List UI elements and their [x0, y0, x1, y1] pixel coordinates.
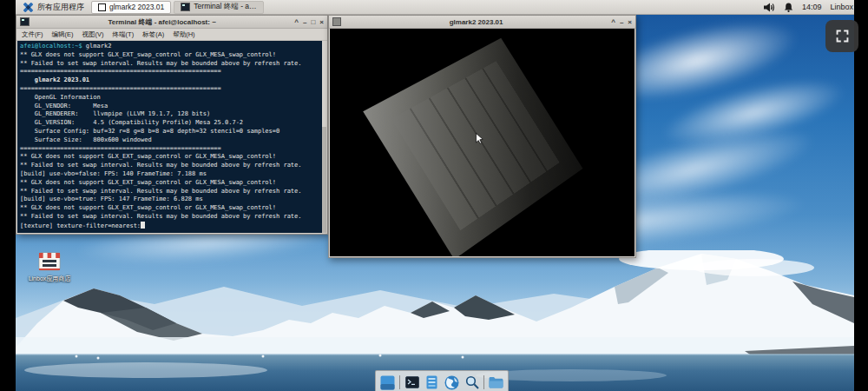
terminal-menubar: 文件(F) 编辑(E) 视图(V) 终端(T) 标签(A) 帮助(H) [16, 29, 327, 41]
desktop: Linbox应用商店 所有应用程序 glmark2 2023.01 Termin… [16, 0, 854, 391]
terminal-title-icon [20, 17, 30, 26]
terminal-window: Terminal 终端 - afei@localhost: ~ ^ – □ × … [16, 15, 328, 235]
terminal-line: ** GLX does not support GLX_EXT_swap_con… [20, 153, 322, 162]
glmark2-title-icon [332, 17, 341, 26]
show-desktop-icon [380, 375, 395, 390]
mouse-cursor-icon [476, 133, 483, 144]
search-magnifier-icon [465, 375, 479, 389]
dock-browser-button[interactable] [444, 374, 460, 391]
terminal-line: ========================================… [20, 85, 322, 94]
dock-app-finder-button[interactable] [464, 374, 480, 391]
shade-button[interactable]: ^ [611, 18, 615, 26]
distro-logo-icon [23, 2, 34, 13]
terminal-line: ** GLX does not support GLX_EXT_swap_con… [20, 204, 322, 213]
folder-icon [489, 376, 503, 388]
terminal-icon [405, 376, 419, 388]
software-center-icon [426, 375, 437, 389]
terminal-title: Terminal 终端 - afei@localhost: ~ [30, 17, 294, 27]
terminal-line: Surface Size: 800x600 windowed [20, 136, 322, 145]
dock-software-button[interactable] [424, 374, 440, 391]
system-tray: 14:09 Linbox [764, 0, 853, 14]
dock-terminal-button[interactable] [404, 374, 420, 391]
clock[interactable]: 14:09 [802, 3, 822, 11]
dock [375, 370, 509, 391]
volume-icon[interactable] [764, 3, 775, 12]
glmark2-window: glmark2 2023.01 ^ – × [328, 15, 636, 258]
user-label: Linbox [831, 3, 854, 11]
taskbar-button-label: Terminal 终端 - a… [194, 2, 256, 12]
menu-help[interactable]: 帮助(H) [173, 30, 194, 39]
expand-icon [835, 29, 850, 43]
terminal-titlebar[interactable]: Terminal 终端 - afei@localhost: ~ ^ – □ × [16, 16, 327, 29]
terminal-line: ========================================… [20, 145, 322, 154]
minimize-button[interactable]: – [303, 18, 306, 26]
glmark2-title: glmark2 2023.01 [341, 18, 611, 26]
top-panel: 所有应用程序 glmark2 2023.01 Terminal 终端 - a… … [16, 0, 854, 15]
terminal-line: glmark2 2023.01 [20, 76, 322, 85]
minimize-button[interactable]: – [620, 18, 623, 26]
terminal-output[interactable]: afei@localhost:~$ glmark2 ** GLX does no… [17, 41, 322, 233]
applications-menu-button[interactable]: 所有应用程序 [16, 0, 91, 14]
close-button[interactable]: × [319, 18, 324, 26]
terminal-line: ** Failed to set swap interval. Results … [20, 213, 322, 222]
terminal-window-icon [181, 3, 190, 11]
desktop-icon-label: Linbox应用商店 [23, 275, 76, 282]
terminal-line: ========================================… [20, 68, 322, 76]
maximize-button[interactable]: □ [311, 18, 315, 26]
glmark2-titlebar[interactable]: glmark2 2023.01 ^ – × [329, 16, 635, 29]
glmark2-render-canvas [330, 29, 635, 256]
glmark2-window-icon [98, 3, 106, 11]
web-browser-globe-icon [444, 375, 459, 390]
dock-separator [483, 375, 484, 389]
menu-file[interactable]: 文件(F) [22, 30, 43, 39]
shade-button[interactable]: ^ [294, 18, 299, 26]
applications-menu-label: 所有应用程序 [37, 2, 84, 13]
dock-separator [399, 375, 400, 389]
menu-edit[interactable]: 编辑(E) [52, 30, 74, 39]
terminal-line: afei@localhost:~$ glmark2 [20, 43, 322, 51]
terminal-line: Surface Config: buf=32 r=8 g=8 b=8 a=8 d… [20, 128, 322, 136]
terminal-line: OpenGL Information [20, 94, 322, 103]
menu-tabs[interactable]: 标签(A) [142, 30, 164, 39]
terminal-line: ** Failed to set swap interval. Results … [20, 188, 322, 196]
terminal-line: GL_VERSION: 4.5 (Compatibility Profile) … [20, 119, 322, 128]
desktop-icon-linbox-store[interactable]: Linbox应用商店 [23, 252, 76, 282]
terminal-line: ** Failed to set swap interval. Results … [20, 162, 322, 170]
taskbar-button-glmark2[interactable]: glmark2 2023.01 [91, 1, 171, 14]
terminal-line: ** GLX does not support GLX_EXT_swap_con… [20, 51, 322, 60]
dock-file-manager-button[interactable] [488, 374, 504, 391]
close-button[interactable]: × [628, 18, 632, 26]
terminal-scrollbar[interactable] [322, 41, 326, 233]
store-icon [38, 252, 61, 271]
terminal-cursor [141, 222, 145, 229]
terminal-line: [texture] texture-filter=nearest: [20, 222, 322, 230]
menu-terminal[interactable]: 终端(T) [113, 30, 135, 39]
terminal-line: ** GLX does not support GLX_EXT_swap_con… [20, 179, 322, 188]
terminal-line: [build] use-vbo=true: FPS: 147 FrameTime… [20, 196, 322, 204]
fullscreen-toggle-button[interactable] [825, 20, 858, 52]
menu-view[interactable]: 视图(V) [82, 30, 104, 39]
notifications-bell-icon[interactable] [784, 3, 793, 12]
terminal-line: ** Failed to set swap interval. Results … [20, 60, 322, 69]
taskbar-button-terminal[interactable]: Terminal 终端 - a… [174, 1, 263, 14]
terminal-line: [build] use-vbo=false: FPS: 140 FrameTim… [20, 170, 322, 179]
terminal-line: GL_VENDOR: Mesa [20, 103, 322, 111]
dock-show-desktop-button[interactable] [379, 374, 396, 391]
taskbar-button-label: glmark2 2023.01 [109, 3, 164, 11]
terminal-line: GL_RENDERER: llvmpipe (LLVM 19.1.7, 128 … [20, 110, 322, 119]
textured-wood-panel [363, 38, 582, 256]
